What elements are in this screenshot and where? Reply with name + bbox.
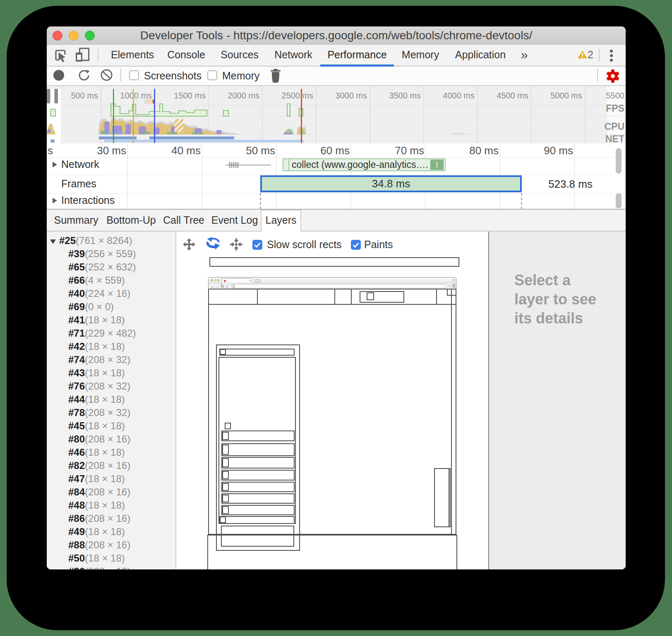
svg-text:3000 ms: 3000 ms: [335, 91, 367, 100]
svg-text:2000 ms: 2000 ms: [228, 91, 259, 100]
svg-text:FPS: FPS: [606, 103, 624, 114]
svg-text:5000 ms: 5000 ms: [550, 91, 582, 100]
svg-text:4000 ms: 4000 ms: [443, 91, 475, 100]
svg-text:5500: 5500: [606, 91, 625, 100]
svg-text:CPU: CPU: [604, 121, 624, 132]
svg-text:1500 ms: 1500 ms: [174, 91, 206, 100]
svg-text:1000 ms: 1000 ms: [120, 91, 152, 100]
svg-text:4500 ms: 4500 ms: [497, 91, 528, 100]
svg-text:3500 ms: 3500 ms: [389, 91, 421, 100]
svg-text:2500 ms: 2500 ms: [281, 91, 313, 100]
svg-text:500 ms: 500 ms: [71, 91, 98, 100]
svg-text:NET: NET: [605, 134, 624, 143]
